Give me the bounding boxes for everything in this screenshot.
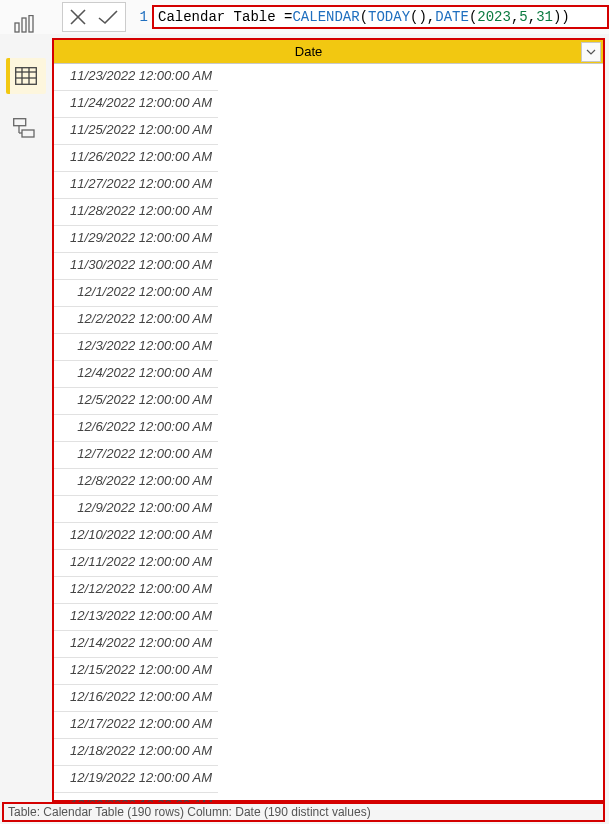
table-row[interactable]: 12/2/2022 12:00:00 AM: [54, 307, 218, 334]
table-row[interactable]: 12/10/2022 12:00:00 AM: [54, 523, 218, 550]
table-row[interactable]: 12/11/2022 12:00:00 AM: [54, 550, 218, 577]
data-view-nav[interactable]: [6, 58, 46, 94]
table-row[interactable]: 12/19/2022 12:00:00 AM: [54, 766, 218, 793]
table-row[interactable]: 12/15/2022 12:00:00 AM: [54, 658, 218, 685]
chevron-down-icon: [586, 49, 596, 55]
table-row[interactable]: 12/12/2022 12:00:00 AM: [54, 577, 218, 604]
formula-input[interactable]: Calendar Table = CALENDAR(TODAY(),DATE(2…: [152, 5, 609, 29]
table-row[interactable]: 12/3/2022 12:00:00 AM: [54, 334, 218, 361]
x-icon: [69, 8, 87, 26]
table-row[interactable]: 12/14/2022 12:00:00 AM: [54, 631, 218, 658]
table-row[interactable]: 11/28/2022 12:00:00 AM: [54, 199, 218, 226]
table-row[interactable]: 11/30/2022 12:00:00 AM: [54, 253, 218, 280]
table-row[interactable]: 12/9/2022 12:00:00 AM: [54, 496, 218, 523]
status-bar: Table: Calendar Table (190 rows) Column:…: [2, 802, 605, 822]
bar-chart-icon: [14, 15, 34, 33]
table-row[interactable]: 12/17/2022 12:00:00 AM: [54, 712, 218, 739]
table-row[interactable]: 11/26/2022 12:00:00 AM: [54, 145, 218, 172]
commit-formula-button[interactable]: [97, 8, 119, 26]
view-switcher: [0, 2, 48, 146]
svg-rect-0: [15, 23, 19, 32]
data-rows: 11/23/2022 12:00:00 AM11/24/2022 12:00:0…: [54, 64, 603, 820]
table-row[interactable]: 11/27/2022 12:00:00 AM: [54, 172, 218, 199]
table-row[interactable]: 11/23/2022 12:00:00 AM: [54, 64, 218, 91]
svg-rect-8: [14, 119, 26, 126]
table-row[interactable]: 12/18/2022 12:00:00 AM: [54, 739, 218, 766]
table-row[interactable]: 11/25/2022 12:00:00 AM: [54, 118, 218, 145]
column-header[interactable]: Date: [54, 40, 603, 64]
data-grid: Date 11/23/2022 12:00:00 AM11/24/2022 12…: [52, 38, 605, 802]
svg-rect-9: [22, 130, 34, 137]
table-icon: [15, 67, 37, 85]
table-row[interactable]: 12/6/2022 12:00:00 AM: [54, 415, 218, 442]
table-row[interactable]: 12/13/2022 12:00:00 AM: [54, 604, 218, 631]
data-area: Date 11/23/2022 12:00:00 AM11/24/2022 12…: [52, 38, 605, 800]
table-row[interactable]: 12/1/2022 12:00:00 AM: [54, 280, 218, 307]
table-row[interactable]: 12/4/2022 12:00:00 AM: [54, 361, 218, 388]
check-icon: [97, 8, 119, 26]
table-row[interactable]: 12/7/2022 12:00:00 AM: [54, 442, 218, 469]
table-row[interactable]: 11/29/2022 12:00:00 AM: [54, 226, 218, 253]
column-filter-button[interactable]: [581, 42, 601, 62]
formula-bar: 1 Calendar Table = CALENDAR(TODAY(),DATE…: [0, 0, 609, 34]
model-icon: [13, 118, 35, 138]
svg-rect-1: [22, 18, 26, 32]
status-text: Table: Calendar Table (190 rows) Column:…: [8, 805, 371, 819]
formula-line-number: 1: [134, 9, 148, 25]
formula-commit-controls: [62, 2, 126, 32]
svg-rect-3: [16, 68, 37, 85]
table-row[interactable]: 12/16/2022 12:00:00 AM: [54, 685, 218, 712]
model-view-nav[interactable]: [4, 110, 44, 146]
table-row[interactable]: 12/5/2022 12:00:00 AM: [54, 388, 218, 415]
column-header-label: Date: [54, 44, 581, 59]
report-view-nav[interactable]: [4, 6, 44, 42]
table-row[interactable]: 12/8/2022 12:00:00 AM: [54, 469, 218, 496]
cancel-formula-button[interactable]: [69, 8, 87, 26]
table-row[interactable]: 11/24/2022 12:00:00 AM: [54, 91, 218, 118]
svg-rect-2: [29, 16, 33, 33]
